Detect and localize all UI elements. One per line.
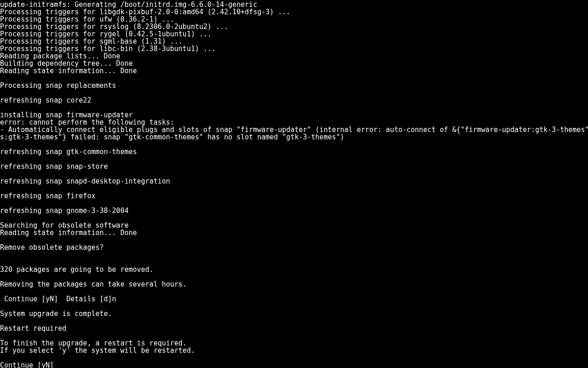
terminal-line: installing snap firmware-updater	[0, 111, 588, 119]
terminal-line	[0, 141, 588, 148]
terminal-line: Building dependency tree... Done	[0, 60, 588, 67]
terminal-line: Continue [yN]	[0, 362, 588, 368]
terminal-line	[0, 236, 588, 244]
terminal-line: update-initramfs: Generating /boot/initr…	[0, 1, 588, 8]
terminal-line	[0, 214, 588, 222]
terminal-line: Restart required	[0, 325, 588, 332]
terminal-line: Reading state information... Done	[0, 229, 588, 236]
terminal-line: Continue [yN] Details [d]n	[0, 295, 588, 303]
terminal-line: Reading package lists... Done	[0, 52, 588, 60]
terminal-line: Remove obsolete packages?	[0, 244, 588, 251]
terminal-line: refreshing snap snapd-desktop-integratio…	[0, 178, 588, 185]
terminal-line: s:gtk-3-themes"} failed: snap "gtk-commo…	[0, 133, 588, 141]
terminal-line: System upgrade is complete.	[0, 310, 588, 317]
terminal-line: refreshing snap firefox	[0, 192, 588, 200]
terminal-line	[0, 317, 588, 325]
terminal-line: 320 packages are going to be removed.	[0, 266, 588, 273]
terminal-line	[0, 104, 588, 111]
terminal-line: refreshing snap gnome-3-38-2004	[0, 207, 588, 214]
terminal-line	[0, 303, 588, 310]
terminal-line: Processing triggers for rygel (0.42.5-1u…	[0, 30, 588, 38]
terminal-line: refreshing snap gtk-common-themes	[0, 148, 588, 155]
terminal-line: If you select 'y' the system will be res…	[0, 347, 588, 354]
terminal-line	[0, 185, 588, 192]
terminal-line	[0, 170, 588, 178]
terminal-line: To finish the upgrade, a restart is requ…	[0, 339, 588, 347]
terminal-line: Removing the packages can take several h…	[0, 281, 588, 288]
terminal-line	[0, 288, 588, 295]
terminal-line	[0, 259, 588, 266]
terminal-line	[0, 155, 588, 163]
terminal-line: refreshing snap snap-store	[0, 163, 588, 170]
terminal-line: Processing triggers for libc-bin (2.38-3…	[0, 45, 588, 52]
terminal-line: - Automatically connect eligible plugs a…	[0, 126, 588, 133]
terminal-line	[0, 200, 588, 207]
terminal-line: error: cannot perform the following task…	[0, 119, 588, 126]
terminal-output[interactable]: update-initramfs: Generating /boot/initr…	[0, 1, 588, 368]
terminal-line	[0, 75, 588, 82]
terminal-line: Processing triggers for sgml-base (1.31)…	[0, 38, 588, 45]
terminal-line	[0, 354, 588, 362]
terminal-line: Processing triggers for ufw (0.36.2-1) .…	[0, 16, 588, 23]
terminal-line	[0, 273, 588, 281]
terminal-line: Processing snap replacements	[0, 82, 588, 89]
terminal-line	[0, 332, 588, 339]
terminal-line	[0, 89, 588, 97]
terminal-line: refreshing snap core22	[0, 97, 588, 104]
terminal-line: Processing triggers for rsyslog (8.2306.…	[0, 23, 588, 30]
terminal-line	[0, 251, 588, 259]
terminal-line: Processing triggers for libgdk-pixbuf-2.…	[0, 8, 588, 16]
terminal-line: Reading state information... Done	[0, 67, 588, 75]
terminal-line: Searching for obsolete software	[0, 222, 588, 229]
